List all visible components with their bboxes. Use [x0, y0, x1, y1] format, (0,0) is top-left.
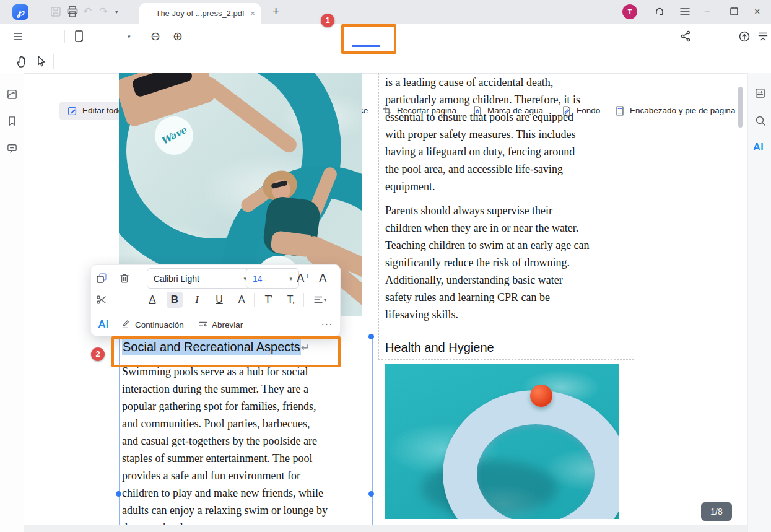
select-tool-icon[interactable] — [33, 50, 48, 76]
redo-icon[interactable]: ↷ — [99, 0, 108, 24]
ai-assistant-button[interactable]: AI — [753, 141, 764, 154]
chevron-down-icon: ▾ — [324, 297, 327, 303]
delete-icon[interactable] — [116, 270, 133, 286]
ai-tools-button[interactable]: AI — [95, 316, 112, 333]
text-line: is a leading cause of accidental death, — [385, 74, 580, 91]
divider — [303, 293, 304, 307]
encabezado-label: Encabezado y pie de página — [630, 99, 735, 123]
floating-format-toolbar: Calibri Light ▾ 14 ▾ A⁺ A⁻ A B I U A T' … — [90, 264, 341, 336]
font-family-select[interactable]: Calibri Light ▾ — [147, 268, 253, 289]
divider — [53, 54, 54, 69]
vertical-scrollbar[interactable] — [738, 87, 743, 128]
pdf-editor-window: ℘ ↶ ↷ ▾ The Joy of ...press_2.pdf × + T … — [0, 0, 771, 532]
text-line: particularly among children. Therefore, … — [385, 91, 580, 108]
text-line: with proper safety measures. This includ… — [385, 126, 580, 143]
text-line: adults can enjoy a relaxing swim or loun… — [122, 502, 328, 519]
selection-handle-right[interactable] — [368, 491, 374, 497]
cloud-upload-icon[interactable] — [737, 24, 752, 52]
pool-ring-float — [443, 390, 619, 519]
abreviar-label: Abreviar — [212, 320, 243, 329]
divider — [139, 271, 139, 285]
file-menu-icon[interactable] — [12, 24, 24, 52]
divider — [254, 293, 255, 307]
selection-handle-left[interactable] — [116, 491, 121, 497]
chevron-down-icon: ▾ — [289, 276, 292, 282]
text-line: provides a safe and fun environment for — [122, 467, 328, 484]
subscript-button[interactable]: T, — [283, 292, 299, 308]
font-color-button[interactable]: A — [144, 292, 160, 308]
tab-close-icon[interactable]: × — [246, 3, 259, 24]
collapse-toolbar-icon[interactable] — [757, 24, 769, 52]
document-photo-pool-ring[interactable] — [385, 364, 619, 519]
callout-step-1: 1 — [321, 14, 334, 27]
text-line: Parents should always supervise their — [385, 202, 590, 219]
new-tab-button[interactable]: + — [272, 0, 279, 22]
editar-todo-label: Editar todo — [82, 99, 123, 123]
paragraph-return-mark: ↵ — [301, 342, 310, 354]
text-line: equipment. — [385, 178, 580, 195]
share-icon[interactable] — [679, 24, 692, 52]
document-tab[interactable]: The Joy of ...press_2.pdf — [139, 3, 261, 24]
float-ring-left-logo: Wave — [155, 116, 193, 155]
hand-tool-icon[interactable] — [15, 50, 30, 76]
text-line: popular gathering spot for families, fri… — [122, 398, 328, 415]
zoom-out-icon[interactable]: ⊖ — [150, 24, 160, 49]
font-size-value: 14 — [253, 274, 263, 284]
font-family-value: Calibri Light — [154, 274, 199, 284]
continuacion-button[interactable]: Continuación — [121, 316, 184, 333]
superscript-button[interactable]: T' — [261, 292, 277, 308]
search-icon[interactable] — [754, 115, 767, 129]
divider — [97, 312, 334, 312]
copy-icon[interactable] — [94, 270, 110, 286]
decrease-font-button[interactable]: A⁻ — [316, 270, 335, 286]
text-line: lifesaving skills. — [385, 306, 590, 323]
text-line: interaction during the summer. They are … — [122, 380, 328, 398]
properties-panel-icon[interactable] — [754, 87, 766, 102]
support-headset-icon[interactable] — [653, 0, 666, 26]
divider — [116, 318, 116, 331]
bookmarks-panel-icon[interactable] — [6, 115, 18, 129]
left-panel-rail — [0, 73, 24, 532]
selected-heading[interactable]: Social and Recreational Aspects↵ — [122, 340, 310, 354]
undo-icon[interactable]: ↶ — [83, 0, 92, 24]
right-paragraph-1: is a leading cause of accidental death, … — [385, 74, 580, 195]
avatar[interactable]: T — [622, 4, 637, 19]
text-line: Teaching children to swim at an early ag… — [385, 237, 590, 254]
text-line: and casual get-togethers by the poolside… — [122, 432, 328, 450]
page-indicator[interactable]: 1/8 — [701, 502, 732, 521]
main-menu-icon[interactable] — [678, 0, 692, 26]
selected-heading-text: Social and Recreational Aspects — [122, 339, 301, 355]
app-logo-icon[interactable]: ℘ — [12, 4, 28, 20]
zoom-in-icon[interactable]: ⊕ — [173, 24, 183, 49]
text-line: significantly reduce the risk of drownin… — [385, 254, 590, 271]
italic-button[interactable]: I — [189, 292, 205, 308]
cut-icon[interactable] — [94, 292, 110, 308]
comments-panel-icon[interactable] — [6, 142, 18, 157]
callout-step-2: 2 — [91, 347, 105, 361]
document-gap-strip — [24, 525, 747, 532]
minimize-button[interactable]: − — [704, 0, 710, 22]
text-line: having a lifeguard on duty, fencing arou… — [385, 143, 580, 160]
selection-handle-top-right[interactable] — [368, 334, 374, 339]
zoom-dropdown-icon[interactable]: ▾ — [128, 24, 131, 50]
maximize-button[interactable] — [727, 0, 741, 26]
increase-font-button[interactable]: A⁺ — [294, 270, 313, 286]
divider — [64, 30, 65, 43]
text-line: staples of summer entertainment. The poo… — [122, 450, 328, 467]
history-dropdown-icon[interactable]: ▾ — [115, 0, 118, 24]
text-line: children to play and make new friends, w… — [122, 484, 328, 502]
thumbnails-panel-icon[interactable] — [6, 89, 18, 103]
alignment-button[interactable]: ▾ — [310, 292, 329, 308]
bold-button-active[interactable]: B — [167, 292, 183, 308]
left-paragraph[interactable]: Swimming pools serve as a hub for social… — [122, 363, 328, 532]
print-icon[interactable] — [66, 0, 79, 26]
page-view-icon[interactable] — [72, 24, 85, 52]
text-line: Additionally, understanding basic water — [385, 271, 590, 289]
more-options-button[interactable]: ··· — [318, 316, 336, 333]
strikethrough-button[interactable]: A — [233, 292, 250, 308]
underline-button[interactable]: U — [211, 292, 227, 308]
font-size-select[interactable]: 14 ▾ — [246, 268, 299, 289]
abreviar-button[interactable]: Abreviar — [198, 316, 243, 333]
close-window-button[interactable]: × — [754, 0, 760, 23]
text-line: essential to ensure that pools are equip… — [385, 108, 580, 126]
